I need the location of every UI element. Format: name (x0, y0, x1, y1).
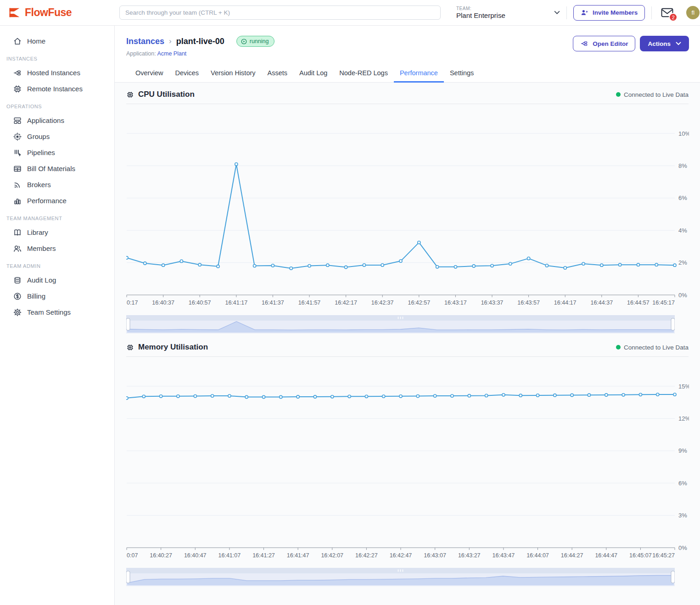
avatar[interactable]: fl (686, 6, 700, 19)
remote-instances-icon (13, 84, 22, 94)
svg-text:12%: 12% (678, 415, 689, 422)
open-editor-button[interactable]: Open Editor (573, 36, 635, 51)
range-handle-right[interactable] (671, 571, 675, 583)
status-badge: running (236, 36, 275, 47)
notification-count-badge: 2 (669, 13, 678, 22)
svg-text:16:41:57: 16:41:57 (298, 300, 321, 306)
svg-text:16:41:17: 16:41:17 (225, 300, 247, 306)
charts-area: CPU Utilisation Connected to Live Data 0… (115, 83, 700, 588)
svg-text:16:42:07: 16:42:07 (321, 552, 343, 559)
live-dot-icon (616, 92, 621, 97)
cpu-chart-title: CPU Utilisation (138, 90, 195, 99)
memory-utilisation-chart: 0%3%6%9%12%15%0:0716:40:2716:40:4716:41:… (126, 357, 689, 561)
sidebar-item-remote-instances[interactable]: Remote Instances (0, 81, 114, 97)
range-handle-left[interactable] (126, 318, 130, 330)
tab-overview[interactable]: Overview (129, 65, 169, 83)
svg-text:16:41:47: 16:41:47 (287, 552, 309, 559)
chevron-down-icon (554, 11, 560, 15)
sidebar-item-team-settings[interactable]: Team Settings (0, 304, 114, 320)
flowfuse-logo[interactable]: FlowFuse (0, 6, 115, 19)
cpu-live-status: Connected to Live Data (616, 91, 689, 98)
sidebar-item-label: Applications (27, 117, 64, 124)
actions-button[interactable]: Actions (640, 36, 689, 51)
sidebar-item-audit-log[interactable]: Audit Log (0, 272, 114, 288)
team-label: TEAM: (456, 6, 505, 11)
invite-members-label: Invite Members (593, 9, 638, 16)
application-label: Application: (126, 50, 156, 57)
svg-text:16:40:57: 16:40:57 (189, 300, 211, 306)
user-plus-icon (581, 9, 588, 17)
svg-text:6%: 6% (678, 480, 687, 487)
play-circle-icon (241, 39, 247, 44)
sidebar-item-groups[interactable]: Groups (0, 128, 114, 144)
sidebar-item-billing[interactable]: Billing (0, 288, 114, 304)
topbar-right: TEAM: Plant Enterprise Invite Members 2 … (456, 5, 700, 21)
breadcrumb-instances-link[interactable]: Instances (126, 37, 164, 46)
svg-text:16:43:07: 16:43:07 (424, 552, 446, 559)
memory-chip-icon (126, 344, 134, 351)
search-input[interactable] (119, 6, 441, 20)
sidebar-item-library[interactable]: Library (0, 224, 114, 240)
status-badge-label: running (250, 38, 269, 44)
svg-text:16:43:27: 16:43:27 (458, 552, 481, 559)
svg-text:6%: 6% (678, 194, 687, 201)
svg-text:16:44:27: 16:44:27 (561, 552, 583, 559)
tab-version-history[interactable]: Version History (205, 65, 262, 83)
svg-text:16:45:07: 16:45:07 (629, 552, 652, 559)
memory-chart-range-slider[interactable] (126, 568, 689, 588)
svg-text:16:42:37: 16:42:37 (371, 300, 394, 306)
application-link[interactable]: Acme Plant (157, 50, 186, 57)
svg-text:16:42:57: 16:42:57 (408, 300, 430, 306)
svg-text:9%: 9% (678, 447, 687, 454)
svg-text:16:44:07: 16:44:07 (526, 552, 549, 559)
svg-text:16:43:57: 16:43:57 (517, 300, 540, 306)
memory-live-status-label: Connected to Live Data (624, 344, 689, 351)
cpu-live-status-label: Connected to Live Data (624, 91, 689, 98)
svg-text:16:42:27: 16:42:27 (355, 552, 378, 559)
range-handle-left[interactable] (126, 571, 130, 583)
notifications-button[interactable]: 2 (661, 7, 673, 18)
memory-range-slider-svg[interactable] (126, 568, 675, 586)
home-icon (13, 37, 22, 46)
tab-assets[interactable]: Assets (262, 65, 294, 83)
top-bar: FlowFuse TEAM: Plant Enterprise Invite M… (0, 0, 700, 26)
invite-members-button[interactable]: Invite Members (573, 5, 645, 21)
tab-performance[interactable]: Performance (394, 65, 444, 83)
sidebar-item-home[interactable]: Home (0, 33, 114, 49)
sidebar-item-applications[interactable]: Applications (0, 112, 114, 128)
sidebar-item-members[interactable]: Members (0, 240, 114, 256)
svg-text:0:17: 0:17 (127, 300, 138, 306)
cpu-range-slider-svg[interactable] (126, 315, 675, 333)
tab-audit-log[interactable]: Audit Log (293, 65, 333, 83)
application-row: Application: Acme Plant (126, 50, 274, 57)
tab-node-red-logs[interactable]: Node-RED Logs (333, 65, 394, 83)
sidebar-item-label: Hosted Instances (27, 69, 80, 77)
tab-settings[interactable]: Settings (444, 65, 480, 83)
svg-text:16:41:07: 16:41:07 (218, 552, 241, 559)
sidebar-item-hosted-instances[interactable]: Hosted Instances (0, 65, 114, 81)
team-selector[interactable]: TEAM: Plant Enterprise (456, 6, 560, 19)
billing-icon (13, 292, 22, 301)
divider (651, 6, 652, 19)
sidebar-item-bill-of-materials[interactable]: Bill Of Materials (0, 161, 114, 177)
sidebar-item-pipelines[interactable]: Pipelines (0, 144, 114, 161)
logo-text: FlowFuse (25, 6, 72, 19)
sidebar-item-performance[interactable]: Performance (0, 193, 114, 209)
performance-icon (13, 196, 22, 205)
svg-text:16:40:47: 16:40:47 (184, 552, 207, 559)
sidebar-section-instances: INSTANCES (0, 49, 114, 65)
tab-devices[interactable]: Devices (169, 65, 205, 83)
team-settings-icon (13, 308, 22, 317)
actions-label: Actions (648, 40, 671, 47)
library-icon (13, 228, 22, 237)
sidebar-item-brokers[interactable]: Brokers (0, 177, 114, 193)
bill-of-materials-icon (13, 164, 22, 173)
sidebar-item-label: Library (27, 228, 48, 236)
svg-text:16:45:17: 16:45:17 (652, 300, 675, 306)
sidebar-item-label: Bill Of Materials (27, 165, 75, 172)
cpu-utilisation-chart: 0%2%4%6%8%10%0:1716:40:3716:40:5716:41:1… (126, 104, 689, 309)
range-handle-right[interactable] (671, 318, 675, 330)
pipelines-icon (13, 148, 22, 157)
cpu-chart-range-slider[interactable] (126, 315, 689, 335)
main-content: Instances › plant-live-00 running Applic… (115, 26, 700, 605)
